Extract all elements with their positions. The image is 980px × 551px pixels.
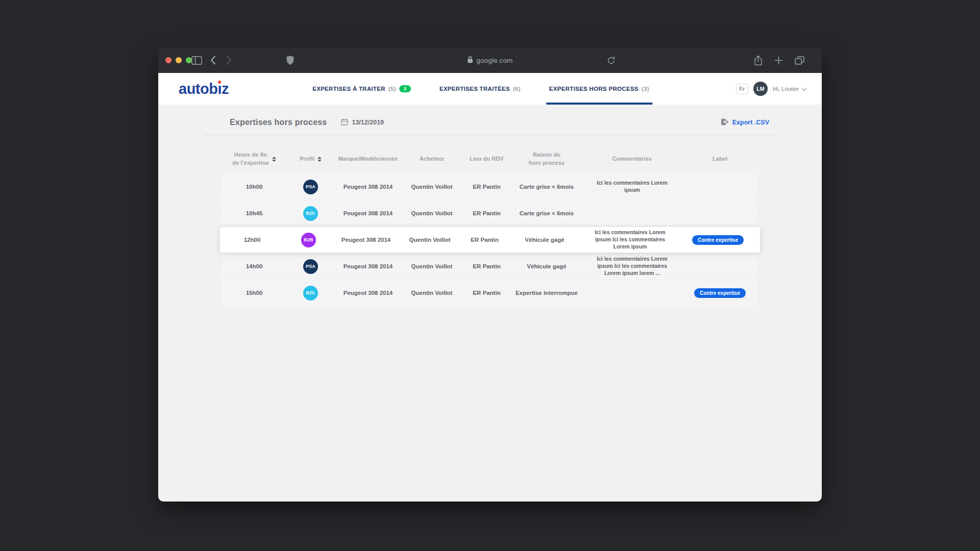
cell-lieu: ER Pantin	[462, 210, 511, 216]
avatar[interactable]: LM	[753, 82, 768, 96]
new-tab-icon[interactable]	[772, 47, 785, 73]
col-header-lieu: Lieu du RDV	[462, 155, 511, 163]
date-picker[interactable]: 13/12/2019	[341, 118, 384, 127]
cell-commentaires: Ici les commentaires Lorem ipsum Ici les…	[582, 256, 682, 277]
header-divider	[205, 134, 775, 135]
col-header-acheteur: Acheteur	[401, 155, 462, 163]
tab-expertises-hors-process[interactable]: EXPERTISES HORS PROCESS (3)	[549, 73, 649, 105]
address-bar[interactable]: google.com	[468, 47, 513, 73]
cell-label: Contre expertise	[680, 235, 756, 245]
cell-raison: Carte grise < 6mois	[511, 184, 582, 190]
table-row[interactable]: 15h00 B2C Peugeot 308 2014 Quentin Voill…	[222, 280, 758, 306]
cell-lieu: ER Pantin	[462, 184, 511, 190]
table-row[interactable]: 10h00 PSA Peugeot 308 2014 Quentin Voill…	[222, 174, 758, 199]
cell-label: Contre expertise	[682, 288, 758, 298]
col-header-commentaires: Commentaires	[582, 155, 682, 163]
chevron-down-icon	[802, 86, 807, 91]
cell-acheteur: Quentin Voillot	[401, 184, 462, 190]
close-window-button[interactable]	[165, 57, 172, 63]
profil-badge: B2C	[303, 286, 318, 300]
export-csv-button[interactable]: Export .CSV	[721, 118, 769, 127]
autobiz-logo[interactable]: autobız	[179, 80, 229, 97]
label-pill: Contre expertise	[692, 235, 744, 245]
sort-icon[interactable]	[317, 157, 322, 162]
table-header-row: Heure de fin de l'expertise Profil Marqu…	[222, 144, 758, 174]
date-value: 13/12/2019	[352, 119, 384, 126]
user-area: Fr LM Hi, Louise	[736, 73, 805, 105]
cell-time: 14h00	[222, 263, 286, 269]
share-icon[interactable]	[751, 47, 765, 73]
profil-badge: B2B	[301, 233, 316, 247]
forward-icon[interactable]	[223, 47, 235, 73]
cell-raison: Expertise interrompue	[511, 290, 582, 296]
cell-raison: Véhicule gagé	[511, 263, 582, 269]
user-menu[interactable]: Hi, Louise	[773, 86, 805, 92]
tab-expertises-a-traiter[interactable]: EXPERTISES À TRAITER (5) 3	[312, 73, 411, 105]
url-text: google.com	[477, 57, 513, 64]
tab-count-badge: 3	[399, 85, 411, 92]
privacy-shield-icon[interactable]	[283, 47, 297, 73]
cell-lieu: ER Pantin	[462, 290, 511, 296]
logo-i-dot	[218, 81, 221, 84]
reload-icon[interactable]	[604, 47, 618, 73]
tab-expertises-traitees[interactable]: EXPERTISES TRAITÉES (6)	[439, 73, 521, 105]
language-button[interactable]: Fr	[736, 84, 748, 94]
cell-lieu: ER Pantin	[460, 237, 509, 243]
cell-marque: Peugeot 308 2014	[335, 290, 401, 296]
profil-badge: PSA	[303, 259, 318, 274]
cell-marque: Peugeot 308 2014	[335, 263, 401, 269]
lock-icon	[468, 56, 473, 65]
browser-toolbar: google.com	[158, 47, 822, 73]
cell-commentaires: Ici les commentaires Lorem ipsum	[582, 180, 682, 194]
col-header-raison: Raison du hors process	[511, 151, 582, 167]
col-header-heure: Heure de fin de l'expertise	[222, 151, 286, 167]
page-content: Expertises hors process 13/12/2019 Expor…	[158, 105, 822, 502]
table-row-selected[interactable]: 12h00 B2B Peugeot 308 2014 Quentin Voill…	[220, 227, 760, 253]
export-icon	[721, 118, 729, 127]
cell-lieu: ER Pantin	[462, 263, 511, 269]
app-navbar: autobız EXPERTISES À TRAITER (5) 3 EXPER…	[158, 73, 822, 105]
cell-commentaires: Ici les commentaires Lorem ipsum Ici les…	[580, 229, 680, 251]
cell-acheteur: Quentin Voillot	[401, 263, 462, 269]
window-controls	[165, 47, 192, 73]
cell-marque: Peugeot 308 2014	[333, 237, 399, 243]
cell-raison: Véhicule gagé	[509, 237, 580, 243]
col-header-profil: Profil	[286, 155, 335, 163]
cell-time: 15h00	[222, 290, 286, 296]
expertises-table: Heure de fin de l'expertise Profil Marqu…	[222, 144, 758, 306]
logo-letter-i: ı	[217, 80, 222, 97]
sort-icon[interactable]	[272, 157, 276, 162]
back-icon[interactable]	[207, 47, 219, 73]
tab-overview-icon[interactable]	[792, 47, 806, 73]
profil-badge: PSA	[303, 180, 318, 194]
table-row[interactable]: 14h00 PSA Peugeot 308 2014 Quentin Voill…	[222, 254, 758, 279]
cell-time: 10h45	[222, 210, 286, 216]
cell-time: 10h00	[222, 184, 286, 190]
cell-acheteur: Quentin Voillot	[401, 290, 462, 296]
table-row[interactable]: 10h45 B2C Peugeot 308 2014 Quentin Voill…	[222, 201, 758, 226]
main-tabs: EXPERTISES À TRAITER (5) 3 EXPERTISES TR…	[312, 73, 649, 105]
calendar-icon	[341, 118, 348, 127]
page-header: Expertises hors process 13/12/2019 Expor…	[205, 116, 775, 134]
cell-acheteur: Quentin Voillot	[401, 210, 462, 216]
cell-time: 12h00	[220, 237, 284, 243]
cell-acheteur: Quentin Voillot	[399, 237, 460, 243]
label-pill: Contre expertise	[694, 288, 746, 298]
page-title: Expertises hors process	[230, 118, 327, 127]
profil-badge: B2C	[303, 206, 318, 221]
cell-marque: Peugeot 308 2014	[335, 184, 401, 190]
minimize-window-button[interactable]	[176, 57, 182, 63]
col-header-label: Label	[682, 155, 758, 163]
col-header-marque: Marque/Modèle/année	[335, 155, 401, 163]
sidebar-toggle-icon[interactable]	[189, 47, 204, 73]
logo-text: autob	[179, 80, 217, 97]
cell-raison: Carte grise < 6mois	[511, 210, 582, 216]
browser-window: google.com autobız EXPERTISES À TRAITER …	[158, 47, 822, 502]
cell-marque: Peugeot 308 2014	[335, 210, 401, 216]
